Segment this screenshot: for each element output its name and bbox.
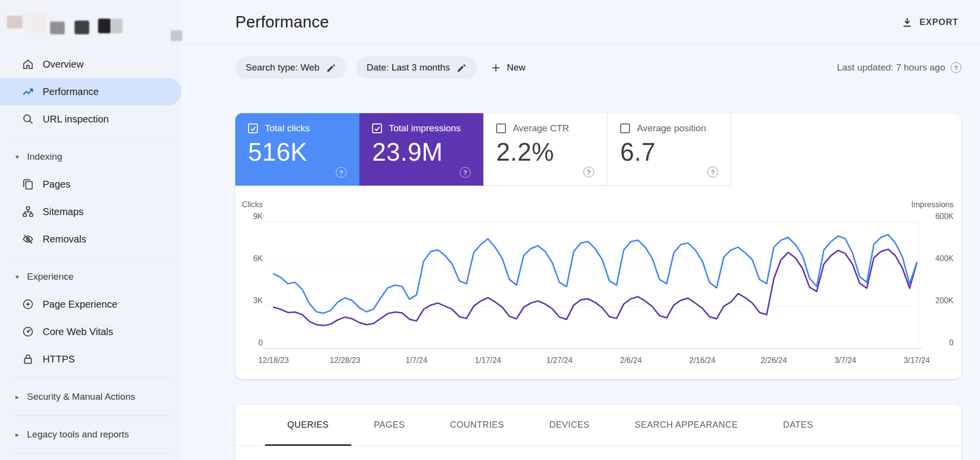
help-icon[interactable]: ? (460, 167, 471, 178)
performance-chart-icon (22, 85, 34, 98)
edit-pencil-icon (326, 63, 336, 73)
sidebar-item-overview[interactable]: Overview (0, 50, 181, 78)
help-icon[interactable]: ? (336, 167, 347, 178)
tab-label: COUNTRIES (450, 420, 504, 430)
sidebar-item-url-inspection[interactable]: URL inspection (0, 105, 181, 133)
tab-devices[interactable]: DEVICES (527, 405, 612, 445)
performance-line-chart[interactable]: Clicks 9K 6K 3K 0 Impressions 600K 400K … (235, 198, 963, 367)
chevron-right-icon: ▸ (13, 431, 22, 438)
dimensions-table-card: QUERIES PAGES COUNTRIES DEVICES SEARCH A… (235, 405, 961, 460)
filter-chip-label: Search type: Web (246, 62, 320, 73)
metric-tiles-row: Total clicks 516K ? Total impressions 23… (235, 113, 961, 186)
download-icon (901, 16, 913, 28)
performance-overview-card: Total clicks 516K ? Total impressions 23… (235, 113, 961, 379)
site-logo-redacted (0, 0, 181, 50)
logo-block (7, 16, 23, 28)
export-button[interactable]: EXPORT (898, 16, 961, 29)
sidebar-item-pages[interactable]: Pages (0, 170, 181, 198)
metric-label: Average CTR (513, 123, 569, 134)
sidebar-item-label: Removals (43, 234, 86, 245)
metric-value: 6.7 (620, 139, 731, 166)
x-tick-label: 2/16/24 (689, 356, 715, 364)
sidebar-item-sitemaps[interactable]: Sitemaps (0, 198, 181, 225)
sidebar-item-https[interactable]: HTTPS (0, 345, 181, 373)
right-axis-title: Impressions (911, 200, 954, 209)
metric-label: Average position (637, 123, 706, 134)
new-filter-button[interactable]: New (487, 62, 528, 74)
y-tick-label: 0 (949, 339, 954, 347)
x-tick-label: 12/18/23 (258, 356, 289, 364)
sidebar-item-label: HTTPS (43, 354, 75, 365)
tab-label: DEVICES (549, 420, 590, 430)
tab-dates[interactable]: DATES (760, 405, 835, 445)
checkbox-checked-icon[interactable] (248, 123, 258, 133)
clicks-line (274, 235, 917, 314)
metric-value: 516K (248, 139, 359, 166)
filters-row: Search type: Web Date: Last 3 months New… (235, 56, 961, 79)
tab-label: SEARCH APPEARANCE (635, 420, 738, 430)
chevron-down-icon: ▾ (13, 153, 22, 161)
sidebar-section-label: Security & Manual Actions (27, 391, 135, 402)
search-icon (22, 113, 34, 125)
page-header: Performance EXPORT (181, 0, 980, 45)
sitemap-icon (22, 205, 34, 218)
metric-tile-average-ctr[interactable]: Average CTR 2.2% ? (483, 113, 607, 186)
sidebar-item-removals[interactable]: Removals (0, 225, 181, 253)
help-icon[interactable]: ? (951, 62, 961, 73)
filter-chip-label: Date: Last 3 months (367, 62, 450, 73)
x-tick-label: 3/17/24 (904, 356, 930, 364)
filter-chip-date[interactable]: Date: Last 3 months (356, 56, 477, 79)
sidebar-group-label: Experience (27, 271, 74, 282)
tab-search-appearance[interactable]: SEARCH APPEARANCE (612, 405, 761, 445)
checkbox-checked-icon[interactable] (372, 123, 382, 133)
home-icon (22, 58, 34, 71)
sidebar-item-label: Pages (43, 179, 71, 190)
checkbox-unchecked-icon[interactable] (496, 123, 506, 133)
sidebar-group-experience[interactable]: ▾ Experience (0, 263, 181, 291)
left-axis-title: Clicks (242, 200, 263, 209)
help-icon[interactable]: ? (583, 167, 594, 177)
new-filter-label: New (507, 62, 526, 73)
divider (15, 138, 174, 138)
metric-value: 2.2% (496, 139, 607, 166)
sidebar-section-security-manual-actions[interactable]: ▸ Security & Manual Actions (0, 383, 181, 411)
sidebar-item-page-experience[interactable]: Page Experience (0, 291, 181, 318)
x-tick-label: 1/7/24 (405, 356, 427, 364)
metric-tile-average-position[interactable]: Average position 6.7 ? (607, 113, 731, 186)
x-tick-label: 1/27/24 (546, 356, 572, 364)
logo-block (50, 22, 65, 34)
metric-tile-total-clicks[interactable]: Total clicks 516K ? (235, 113, 359, 186)
sidebar-group-indexing[interactable]: ▾ Indexing (0, 143, 181, 170)
tab-pages[interactable]: PAGES (352, 405, 427, 445)
x-tick-label: 12/28/23 (330, 356, 360, 364)
tab-countries[interactable]: COUNTRIES (427, 405, 527, 445)
sidebar-section-legacy-tools[interactable]: ▸ Legacy tools and reports (0, 421, 181, 448)
sidebar-item-label: Sitemaps (43, 206, 83, 218)
page-title: Performance (235, 13, 329, 31)
last-updated: Last updated: 7 hours ago ? (837, 62, 961, 73)
last-updated-text: Last updated: 7 hours ago (837, 62, 945, 73)
logo-block (75, 21, 89, 34)
metric-tile-total-impressions[interactable]: Total impressions 23.9M ? (359, 113, 483, 186)
sidebar-item-core-web-vitals[interactable]: Core Web Vitals (0, 318, 181, 345)
export-label: EXPORT (920, 17, 958, 27)
y-tick-label: 600K (935, 212, 954, 220)
metric-label: Total clicks (265, 123, 310, 134)
filter-chip-search-type[interactable]: Search type: Web (235, 56, 347, 79)
logo-block (111, 19, 123, 33)
metric-value: 23.9M (372, 139, 483, 166)
sidebar-nav: Overview Performance URL inspection ▾ In… (0, 50, 181, 454)
tab-queries[interactable]: QUERIES (265, 405, 352, 445)
x-tick-label: 3/7/24 (834, 356, 856, 364)
divider (15, 258, 174, 258)
sidebar-item-label: Core Web Vitals (43, 326, 113, 338)
x-tick-label: 1/17/24 (475, 356, 501, 364)
chevron-right-icon: ▸ (13, 393, 22, 401)
checkbox-unchecked-icon[interactable] (620, 123, 630, 133)
dimension-tabs: QUERIES PAGES COUNTRIES DEVICES SEARCH A… (235, 405, 961, 446)
help-icon[interactable]: ? (707, 167, 718, 177)
y-tick-label: 200K (935, 296, 954, 305)
metric-label: Total impressions (389, 123, 461, 134)
sidebar-item-performance[interactable]: Performance (0, 78, 181, 105)
y-tick-label: 3K (253, 296, 263, 305)
